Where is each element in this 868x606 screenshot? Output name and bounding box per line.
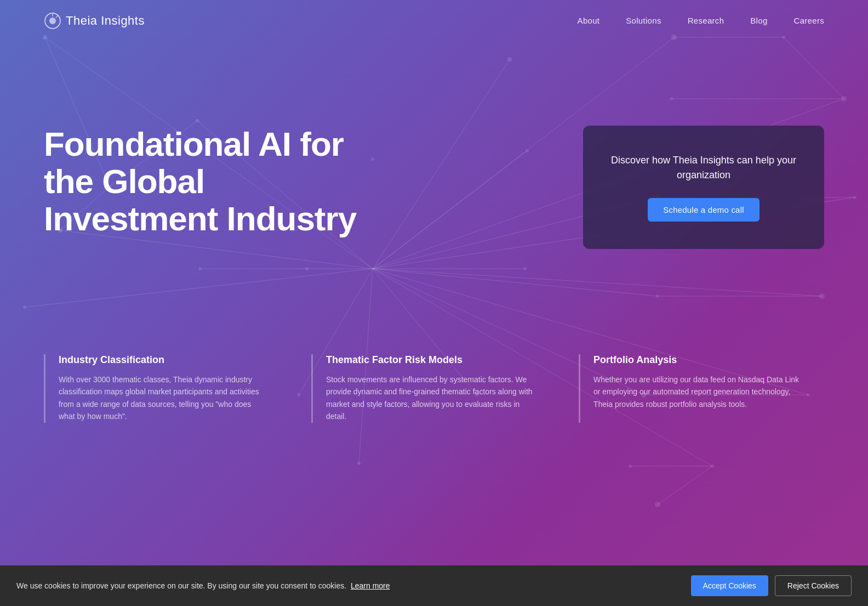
hero-section: Foundational AI for the Global Investmen… [0,42,868,343]
cookie-message: We use cookies to improve your experienc… [16,581,678,590]
hero-title: Foundational AI for the Global Investmen… [44,126,362,238]
feature-desc-portfolio: Whether you are utilizing our data feed … [593,373,802,410]
nav-link-about[interactable]: About [578,16,600,25]
nav-item-careers[interactable]: Careers [794,16,824,26]
nav-item-about[interactable]: About [578,16,600,26]
cookie-buttons: Accept Cookies Reject Cookies [691,575,852,596]
feature-title-portfolio: Portfolio Analysis [593,354,802,366]
hero-card-subtitle: Discover how Theia Insights can help you… [605,153,802,183]
svg-point-59 [49,18,56,24]
feature-title-industry: Industry Classification [59,354,267,366]
nav-item-blog[interactable]: Blog [750,16,767,26]
schedule-demo-button[interactable]: Schedule a demo call [648,198,759,222]
navbar: Theia Insights About Solutions Research … [0,0,868,42]
nav-link-solutions[interactable]: Solutions [626,16,661,25]
feature-title-risk: Thematic Factor Risk Models [326,354,535,366]
logo-icon [44,12,61,30]
feature-desc-industry: With over 3000 thematic classes, Theia d… [59,373,267,423]
feature-card-industry: Industry Classification With over 3000 t… [44,354,289,423]
nav-item-research[interactable]: Research [688,16,724,26]
cookie-learn-more-link[interactable]: Learn more [351,581,390,590]
nav-link-careers[interactable]: Careers [794,16,824,25]
nav-link-research[interactable]: Research [688,16,724,25]
cookie-banner: We use cookies to improve your experienc… [0,565,868,606]
logo-text: Theia Insights [66,14,145,28]
nav-link-blog[interactable]: Blog [750,16,767,25]
logo[interactable]: Theia Insights [44,12,145,30]
feature-card-risk: Thematic Factor Risk Models Stock moveme… [311,354,557,423]
hero-left: Foundational AI for the Global Investmen… [44,126,362,249]
feature-card-portfolio: Portfolio Analysis Whether you are utili… [579,354,824,423]
features-section: Industry Classification With over 3000 t… [0,343,868,467]
nav-links: About Solutions Research Blog Careers [578,16,824,26]
svg-line-61 [56,15,58,18]
hero-card: Discover how Theia Insights can help you… [583,126,824,249]
feature-desc-risk: Stock movements are influenced by system… [326,373,535,423]
reject-cookies-button[interactable]: Reject Cookies [775,575,852,596]
nav-item-solutions[interactable]: Solutions [626,16,661,26]
accept-cookies-button[interactable]: Accept Cookies [691,575,768,596]
